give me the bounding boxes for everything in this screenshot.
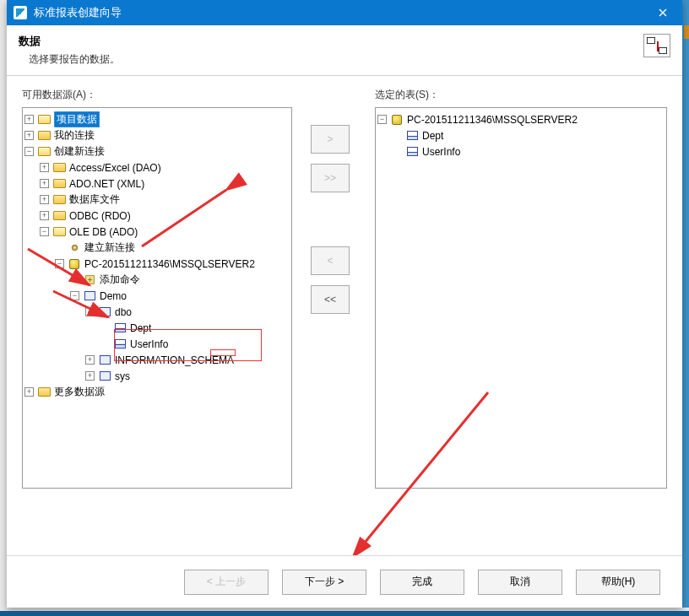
tree-label: INFORMATION_SCHEMA [115, 354, 234, 366]
database-icon [390, 114, 404, 125]
tree-label: 创建新连接 [54, 144, 105, 159]
close-icon [659, 8, 667, 17]
folder-open-icon [37, 146, 51, 157]
tree-node-my-connections[interactable]: + 我的连接 [24, 127, 290, 143]
tree-label: Demo [100, 290, 127, 302]
table-icon [113, 322, 127, 333]
folder-icon [52, 162, 66, 173]
tree-label: sys [115, 370, 130, 382]
expand-toggle[interactable]: − [70, 291, 79, 300]
tree-node-sys[interactable]: +sys [85, 368, 290, 384]
tree-label: OLE DB (ADO) [69, 226, 138, 238]
selected-table-userinfo[interactable]: UserInfo [393, 143, 665, 159]
tree-node[interactable]: +Access/Excel (DAO) [40, 159, 290, 176]
tree-node-add-cmd[interactable]: 添加命令 [70, 272, 290, 288]
expand-toggle[interactable]: + [24, 115, 34, 124]
schema-icon [98, 354, 111, 365]
table-icon [405, 130, 419, 141]
available-sources-label: 可用数据源(A)： [22, 88, 292, 102]
window-title: 标准报表创建向导 [34, 5, 643, 20]
finish-button[interactable]: 完成 [380, 570, 464, 595]
folder-icon [52, 178, 66, 189]
cancel-button[interactable]: 取消 [478, 570, 562, 595]
folder-icon [52, 210, 66, 221]
tree-label: ADO.NET (XML) [69, 178, 144, 190]
add-all-button[interactable]: >> [311, 164, 350, 192]
tree-node-infoschema[interactable]: +INFORMATION_SCHEMA [85, 352, 290, 368]
back-button[interactable]: < 上一步 [184, 570, 269, 595]
selected-root[interactable]: − PC-201511211346\MSSQLSERVER2 [377, 111, 665, 127]
tree-node-project-data[interactable]: + 项目数据 [24, 111, 290, 127]
folder-open-icon [52, 226, 66, 237]
expand-toggle[interactable]: − [85, 307, 95, 316]
tree-label: 更多数据源 [54, 385, 105, 399]
expand-toggle[interactable]: + [24, 387, 34, 397]
add-button[interactable]: > [311, 125, 350, 154]
tree-node-table-dept[interactable]: Dept [100, 320, 290, 336]
expand-toggle[interactable]: + [40, 195, 49, 204]
folder-open-icon [37, 114, 51, 125]
body: 可用数据源(A)： + 项目数据 + [7, 76, 682, 570]
header-title: 数据 [19, 34, 643, 49]
svg-point-1 [73, 247, 75, 249]
tree-label: PC-201511211346\MSSQLSERVER2 [407, 114, 578, 126]
expand-toggle[interactable]: + [40, 179, 49, 188]
header-subtitle: 选择要报告的数据。 [19, 52, 643, 67]
available-sources-tree[interactable]: + 项目数据 + 我的连接 [22, 107, 292, 489]
table-icon [113, 338, 127, 349]
folder-icon [37, 130, 51, 141]
tree-node-server[interactable]: −PC-201511211346\MSSQLSERVER2 [55, 256, 290, 272]
tree-node-table-userinfo[interactable]: UserInfo [100, 336, 290, 352]
expand-toggle[interactable]: + [40, 211, 49, 220]
tree-label: Access/Excel (DAO) [69, 162, 161, 174]
schema-icon [98, 306, 111, 317]
remove-all-button[interactable]: << [311, 285, 350, 314]
expand-toggle[interactable]: + [40, 163, 49, 172]
tree-label: 项目数据 [54, 111, 100, 127]
tree-node[interactable]: +数据库文件 [40, 192, 290, 208]
gear-icon [68, 242, 81, 253]
tree-label: 数据库文件 [69, 192, 120, 207]
app-icon [14, 6, 27, 19]
tree-label: Dept [130, 322, 151, 334]
tree-label: 建立新连接 [84, 240, 135, 255]
expand-toggle[interactable]: − [40, 227, 49, 236]
expand-toggle[interactable]: − [55, 259, 64, 268]
tree-node-dbo[interactable]: −dbo [85, 304, 290, 320]
schema-icon [98, 370, 111, 381]
tree-node-new-connection[interactable]: − 创建新连接 [24, 143, 290, 159]
expand-toggle[interactable]: + [24, 131, 34, 140]
tree-node-make-new[interactable]: 建立新连接 [55, 240, 290, 256]
expand-toggle[interactable]: + [85, 371, 95, 381]
next-button[interactable]: 下一步 > [282, 570, 366, 595]
close-button[interactable] [643, 0, 682, 25]
selected-table-dept[interactable]: Dept [393, 127, 665, 143]
wizard-window: 标准报表创建向导 数据 选择要报告的数据。 可用数据源(A)： + [7, 0, 682, 608]
table-icon [405, 146, 419, 157]
transfer-buttons: > >> < << [311, 125, 350, 314]
gear-icon [83, 274, 96, 285]
tree-node[interactable]: +ODBC (RDO) [40, 208, 290, 224]
tree-label: UserInfo [130, 338, 168, 350]
tree-node-demo[interactable]: −Demo [70, 288, 290, 304]
database-icon [68, 258, 81, 269]
folder-icon [52, 194, 66, 205]
expand-toggle[interactable]: − [377, 115, 387, 124]
tree-label: 我的连接 [54, 128, 95, 143]
tree-label: Dept [422, 130, 443, 142]
tree-label: dbo [115, 306, 132, 318]
remove-button[interactable]: < [311, 246, 350, 275]
tree-node-more-sources[interactable]: + 更多数据源 [24, 384, 290, 400]
tree-label: 添加命令 [100, 273, 140, 287]
tree-label: ODBC (RDO) [69, 210, 131, 222]
schema-icon [83, 290, 96, 301]
selected-tables-label: 选定的表(S)： [375, 88, 667, 102]
help-button[interactable]: 帮助(H) [576, 570, 660, 595]
expand-toggle[interactable]: − [24, 147, 34, 156]
footer: < 上一步 下一步 > 完成 取消 帮助(H) [7, 555, 682, 608]
tree-node[interactable]: +ADO.NET (XML) [40, 176, 290, 192]
expand-toggle[interactable]: + [85, 355, 95, 365]
tree-node-oledb[interactable]: −OLE DB (ADO) [40, 224, 290, 240]
selected-tables-tree[interactable]: − PC-201511211346\MSSQLSERVER2 Dept User… [375, 107, 667, 489]
tree-label: UserInfo [422, 146, 460, 158]
